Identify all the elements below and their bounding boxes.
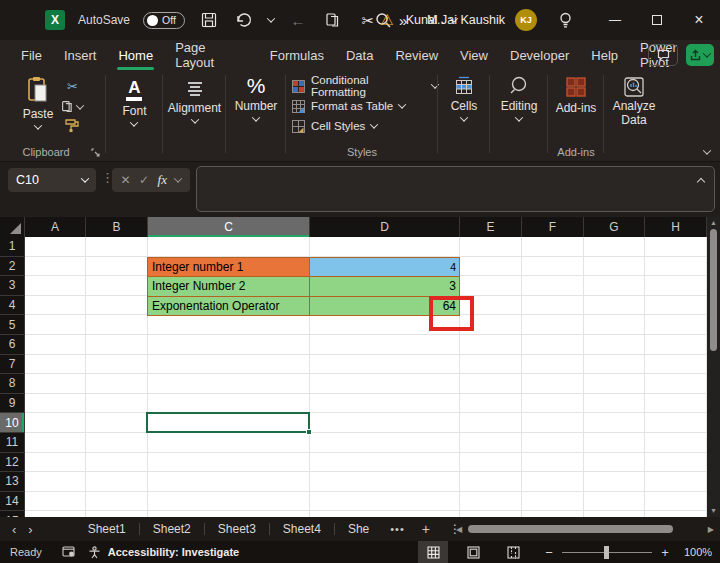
format-painter-icon[interactable] <box>65 119 79 132</box>
tab-help[interactable]: Help <box>580 42 629 69</box>
row-header-2[interactable]: 2 <box>0 257 25 277</box>
row-header-8[interactable]: 8 <box>0 374 25 394</box>
cell-c2[interactable]: Integer number 1 <box>147 257 310 278</box>
accessibility-icon[interactable] <box>82 541 108 563</box>
copy-small-icon[interactable] <box>61 100 83 113</box>
row-header-14[interactable]: 14 <box>0 492 25 512</box>
formula-bar-collapse-icon[interactable] <box>697 178 705 186</box>
zoom-slider-thumb[interactable] <box>604 546 609 559</box>
sheet-overflow-icon[interactable]: ••• <box>382 523 413 535</box>
row-header-11[interactable]: 11 <box>0 433 25 453</box>
scroll-right-icon[interactable]: ▶ <box>704 525 718 534</box>
format-as-table-button[interactable]: Format as Table <box>286 96 438 116</box>
row-header-10[interactable]: 10 <box>0 413 25 433</box>
number-button[interactable]: % Number <box>235 76 278 122</box>
prev-sheet-icon[interactable]: ‹ <box>0 522 28 537</box>
scroll-left-icon[interactable]: ◀ <box>452 525 466 534</box>
clipboard-dialog-launcher-icon[interactable] <box>91 148 100 157</box>
macro-record-icon[interactable] <box>56 541 82 563</box>
alignment-button[interactable]: Alignment <box>168 76 221 124</box>
cell-c4[interactable]: Exponentation Operator <box>147 296 310 317</box>
cells-button[interactable]: Cells <box>451 76 478 122</box>
conditional-formatting-button[interactable]: Conditional Formatting <box>286 76 438 96</box>
vertical-scrollbar[interactable]: ▲ ▼ <box>707 217 720 517</box>
analyze-data-button[interactable]: Analyze Data <box>613 76 656 126</box>
sheet-canvas[interactable]: Integer number 1 4 Integer Number 2 3 Ex… <box>25 237 707 517</box>
vertical-scroll-thumb[interactable] <box>710 229 717 351</box>
row-header-3[interactable]: 3 <box>0 276 25 296</box>
autosave-toggle[interactable]: Off <box>143 12 185 29</box>
zoom-in-button[interactable]: + <box>654 545 676 560</box>
share-button[interactable] <box>686 44 714 66</box>
collapse-ribbon-icon[interactable] <box>703 146 711 154</box>
cut-small-icon[interactable]: ✂ <box>67 79 78 94</box>
addins-button[interactable]: Add-ins <box>556 76 597 115</box>
new-sheet-button[interactable]: + <box>413 521 439 537</box>
column-header-g[interactable]: G <box>584 217 645 237</box>
row-header-4[interactable]: 4 <box>0 296 25 316</box>
horizontal-scroll-thumb[interactable] <box>468 525 673 533</box>
undo-icon[interactable] <box>233 9 255 31</box>
scroll-up-icon[interactable]: ▲ <box>710 217 717 229</box>
insert-function-icon[interactable]: fx <box>158 172 167 188</box>
copy-icon[interactable] <box>322 9 344 31</box>
scroll-down-icon[interactable]: ▼ <box>710 505 717 517</box>
tab-data[interactable]: Data <box>335 42 384 69</box>
cell-d2[interactable]: 4 <box>309 257 460 278</box>
tab-formulas[interactable]: Formulas <box>259 42 335 69</box>
cancel-entry-icon[interactable]: ✕ <box>120 173 130 187</box>
paste-button[interactable]: Paste <box>23 76 54 132</box>
page-break-view-button[interactable] <box>498 541 528 563</box>
column-header-c[interactable]: C <box>148 217 310 237</box>
row-header-13[interactable]: 13 <box>0 472 25 492</box>
tab-file[interactable]: File <box>10 42 53 69</box>
sheet-tab-4[interactable]: Sheet4 <box>270 517 334 541</box>
confirm-entry-icon[interactable]: ✓ <box>139 173 149 187</box>
cell-d3[interactable]: 3 <box>309 276 460 297</box>
zoom-out-button[interactable]: − <box>538 545 560 560</box>
row-header-5[interactable]: 5 <box>0 315 25 335</box>
font-button[interactable]: A Font <box>122 76 146 127</box>
cell-styles-button[interactable]: Cell Styles <box>286 116 438 136</box>
page-layout-view-button[interactable] <box>458 541 488 563</box>
normal-view-button[interactable] <box>418 541 448 563</box>
next-sheet-icon[interactable]: › <box>28 522 44 537</box>
column-header-d[interactable]: D <box>310 217 460 237</box>
row-header-7[interactable]: 7 <box>0 355 25 375</box>
name-box[interactable]: C10 <box>8 168 96 192</box>
row-header-12[interactable]: 12 <box>0 453 25 473</box>
row-header-1[interactable]: 1 <box>0 237 25 257</box>
row-header-9[interactable]: 9 <box>0 394 25 414</box>
sheet-tab-1[interactable]: Sheet1 <box>75 517 139 541</box>
column-header-f[interactable]: F <box>522 217 584 237</box>
zoom-level[interactable]: 100% <box>676 546 720 558</box>
row-header-6[interactable]: 6 <box>0 335 25 355</box>
tab-review[interactable]: Review <box>384 42 449 69</box>
tab-home[interactable]: Home <box>107 42 164 69</box>
save-icon[interactable] <box>198 9 220 31</box>
editing-button[interactable]: Editing <box>501 76 538 122</box>
sheet-tab-2[interactable]: Sheet2 <box>140 517 204 541</box>
tab-developer[interactable]: Developer <box>499 42 580 69</box>
sheet-tab-5-truncated[interactable]: She <box>335 517 382 541</box>
warning-icon[interactable]: ⚠ <box>380 11 393 29</box>
undo-dropdown-icon[interactable] <box>267 14 275 22</box>
column-header-h[interactable]: H <box>645 217 707 237</box>
tab-view[interactable]: View <box>449 42 499 69</box>
zoom-slider[interactable] <box>562 552 652 553</box>
tab-insert[interactable]: Insert <box>53 42 108 69</box>
avatar[interactable]: KJ <box>515 9 537 31</box>
user-name[interactable]: Kunal Jai Kaushik <box>406 13 505 27</box>
cell-c3[interactable]: Integer Number 2 <box>147 276 310 297</box>
accessibility-status[interactable]: Accessibility: Investigate <box>108 546 239 558</box>
column-header-b[interactable]: B <box>86 217 148 237</box>
column-header-e[interactable]: E <box>460 217 522 237</box>
select-all-button[interactable] <box>0 217 25 237</box>
sheet-tab-3[interactable]: Sheet3 <box>205 517 269 541</box>
lightbulb-icon[interactable] <box>558 12 573 29</box>
comments-button[interactable] <box>648 44 678 66</box>
active-cell-selection[interactable] <box>146 412 310 433</box>
horizontal-scrollbar[interactable]: ◀ ▶ <box>452 521 718 537</box>
formula-input[interactable] <box>196 166 715 212</box>
fill-handle[interactable] <box>306 429 312 435</box>
